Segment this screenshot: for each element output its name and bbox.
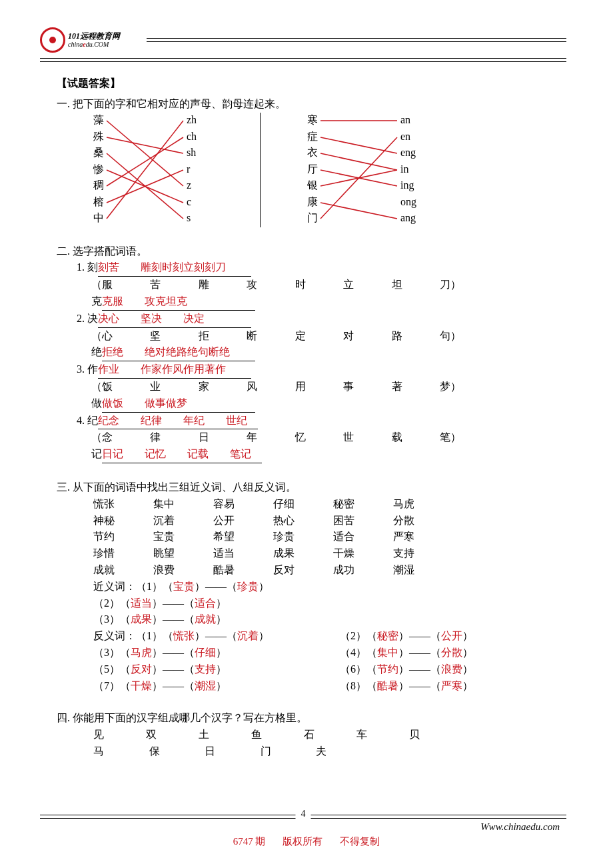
q1-matching: 藻殊桑惨稠榕中 zhchshrzcs 寒症衣厅银康门 anenenginingo… [57, 113, 560, 227]
q4-char: 土 [199, 727, 209, 743]
q2-line-b: 绝 拒绝 绝对绝路绝句断绝 [57, 344, 560, 361]
q4-char: 双 [146, 727, 157, 743]
q3-word: 沉着 [153, 513, 213, 529]
q3-ant-row4: （7）（干燥）——（潮湿） （8）（酷暑）——（严寒） [93, 678, 560, 695]
q2-options: （念律日年忆世载笔） [57, 429, 560, 446]
answers-title: 【试题答案】 [57, 75, 560, 92]
q3-ant-row3: （5）（反对）——（支持） （6）（节约）——（浪费） [93, 661, 560, 678]
q4-char: 贝 [409, 727, 420, 743]
q4-row2: 马保日门夫 [93, 743, 560, 760]
logo-icon [40, 27, 65, 53]
svg-line-6 [107, 121, 183, 219]
q3-word: 酷暑 [213, 562, 273, 579]
q3-word: 神秘 [93, 513, 153, 529]
logo: 101远程教育网 chinaedu.COM [40, 27, 140, 53]
q3-word: 希望 [213, 529, 273, 545]
svg-line-4 [107, 137, 183, 186]
q3-word: 适当 [213, 545, 273, 562]
q4-char: 见 [93, 727, 104, 743]
footer-rule: 4 [40, 815, 566, 819]
q3-syn-row3: （3）（成果）——（成就） [93, 611, 560, 628]
q3-head: 三. 从下面的词语中找出三组近义词、八组反义词。 [57, 479, 560, 496]
svg-line-1 [107, 137, 183, 153]
q3-word: 热心 [273, 513, 333, 529]
q2-line-b: 克 克服 攻克坦克 [57, 293, 560, 311]
q2-head: 二. 选字搭配词语。 [57, 243, 560, 260]
q3-word: 慌张 [93, 496, 153, 513]
q3-word: 宝贵 [153, 529, 213, 545]
q3-word: 眺望 [153, 545, 213, 562]
q3-word: 困苦 [333, 513, 393, 529]
q3-word: 公开 [213, 513, 273, 529]
q3-word: 反对 [273, 562, 333, 579]
q2-line-a: 1. 刻 刻苦 雕刻时刻立刻刻刀 [57, 259, 560, 277]
footer-url: Www.chinaedu.com [0, 819, 613, 833]
q3-word: 马虎 [393, 496, 453, 513]
q1-group-left: 藻殊桑惨稠榕中 zhchshrzcs [93, 113, 261, 227]
q2-options: （服苦雕攻时立坦刀） [57, 277, 560, 293]
q2-line-a: 2. 决 决心 坚决 决定 [57, 311, 560, 328]
q4-char: 鱼 [251, 727, 262, 743]
q3-word: 容易 [213, 496, 273, 513]
q4-char: 马 [93, 743, 104, 760]
q3-word: 仔细 [273, 496, 333, 513]
header-rule [147, 38, 566, 42]
q3-word: 严寒 [393, 529, 453, 545]
page-number: 4 [296, 809, 311, 819]
q2-options: （饭业家风用事著梦） [57, 379, 560, 395]
q3-word: 支持 [393, 545, 453, 562]
q2-line-b: 做 做饭 做事做梦 [57, 395, 560, 413]
logo-brand: 101远程教育网 [68, 32, 120, 41]
svg-line-0 [107, 121, 183, 186]
q3-word: 珍贵 [273, 529, 333, 545]
svg-line-12 [320, 203, 397, 219]
q2-options: （心坚拒断定对路句） [57, 328, 560, 345]
q3-word: 珍惜 [93, 545, 153, 562]
q4-char: 日 [205, 743, 215, 760]
q3-word: 适合 [333, 529, 393, 545]
q4-char: 门 [261, 743, 271, 760]
q3-word: 秘密 [333, 496, 393, 513]
q4-head: 四. 你能用下面的汉字组成哪几个汉字？写在方格里。 [57, 710, 560, 727]
q2-line-b: 记 日记 记忆 记载 笔记 [57, 446, 560, 463]
q4-row1: 见双土鱼石车贝 [93, 727, 560, 743]
svg-line-13 [320, 137, 397, 219]
q2-line-a: 4. 纪 纪念 纪律 年纪 世纪 [57, 413, 560, 430]
q1-lines-left [93, 113, 260, 227]
svg-line-8 [320, 137, 397, 153]
q3-word: 成功 [333, 562, 393, 579]
q3-word: 分散 [393, 513, 453, 529]
header-rule-full [40, 58, 566, 62]
q3-word-grid: 慌张集中容易仔细秘密马虎神秘沉着公开热心困苦分散节约宝贵希望珍贵适合严寒珍惜眺望… [57, 496, 560, 579]
q4-char: 石 [304, 727, 314, 743]
q1-lines-right [307, 113, 480, 227]
logo-domain: chinaedu.COM [68, 41, 120, 48]
footer-copyright: 6747 期版权所有不得复制 [0, 833, 613, 848]
q3-word: 浪费 [153, 562, 213, 579]
q3-syn-row2: （2）（适当）——（适合） [93, 595, 560, 612]
q3-word: 潮湿 [393, 562, 453, 579]
q3-word: 集中 [153, 496, 213, 513]
q3-ant-row1: 反义词：（1）（慌张）——（沉着） （2）（秘密）——（公开） [93, 628, 560, 645]
q1-head: 一. 把下面的字和它相对应的声母、韵母连起来。 [57, 96, 560, 113]
q3-word: 成果 [273, 545, 333, 562]
svg-line-9 [320, 153, 397, 170]
q2-line-a: 3. 作 作业 作家作风作用著作 [57, 361, 560, 379]
q3-ant-row2: （3）（马虎）——（仔细） （4）（集中）——（分散） [93, 645, 560, 661]
q3-syn-row1: 近义词：（1）（宝贵）——（珍贵） [93, 579, 560, 595]
q3-word: 成就 [93, 562, 153, 579]
q4-char: 夫 [316, 743, 326, 760]
q4-char: 车 [356, 727, 367, 743]
q4-char: 保 [149, 743, 160, 760]
q1-group-right: 寒症衣厅银康门 anenenginingongang [307, 113, 480, 227]
q3-word: 干燥 [333, 545, 393, 562]
q3-word: 节约 [93, 529, 153, 545]
